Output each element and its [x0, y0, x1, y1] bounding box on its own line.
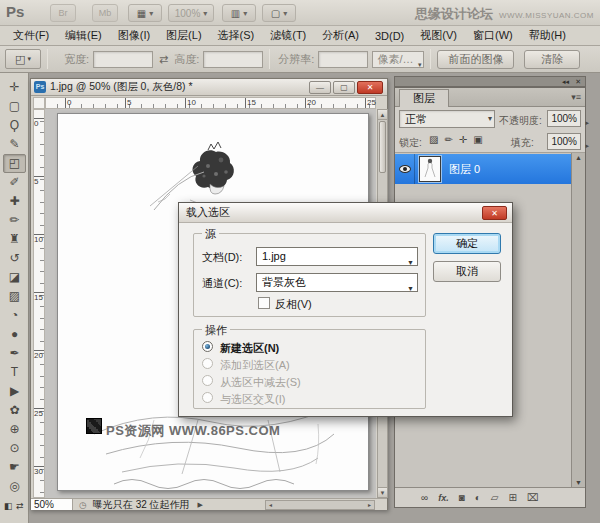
status-flyout-icon[interactable]: ▶ — [198, 501, 203, 509]
layer-name[interactable]: 图层 0 — [449, 162, 480, 177]
spot-healing-brush-tool[interactable]: ✚ — [3, 192, 26, 211]
scrollbar-thumb[interactable] — [379, 121, 386, 173]
intersect-selection-radio[interactable] — [202, 392, 213, 403]
pen-tool[interactable]: ✒ — [3, 344, 26, 363]
clone-stamp-tool[interactable]: ♜ — [3, 230, 26, 249]
channel-select[interactable]: 背景灰色 ▼ — [256, 273, 418, 292]
opacity-flyout-icon[interactable]: ▸ — [585, 115, 589, 130]
fill-flyout-icon[interactable]: ▸ — [585, 138, 589, 153]
bridge-icon[interactable]: Br — [50, 4, 76, 22]
3d-rotate-tool[interactable]: ⊕ — [3, 420, 26, 439]
history-brush-tool[interactable]: ↺ — [3, 249, 26, 268]
resolution-input[interactable] — [318, 51, 368, 68]
zoom-level-button[interactable]: 100% ▾ — [168, 4, 214, 22]
layer-thumbnail[interactable] — [419, 156, 441, 182]
dialog-title-bar[interactable]: 载入选区 ✕ — [179, 203, 512, 223]
layer-mask-icon[interactable]: ◙ — [459, 492, 465, 503]
lasso-tool[interactable]: Ϙ — [3, 116, 26, 135]
fill-value[interactable]: 100% ▸ — [547, 133, 581, 150]
ok-button[interactable]: 确定 — [433, 233, 501, 254]
close-button[interactable]: ✕ — [357, 81, 383, 94]
layer-row[interactable]: 图层 0 — [395, 154, 571, 184]
panel-scrollbar[interactable]: ▲ ▼ — [571, 153, 585, 487]
panel-menu-icon[interactable]: ▾≡ — [571, 92, 581, 102]
maximize-button[interactable]: ▢ — [333, 81, 355, 94]
switch-colors-icon[interactable]: ⇄ — [16, 501, 24, 511]
dialog-close-icon[interactable]: ✕ — [482, 206, 507, 220]
view-extras-button[interactable]: ▦ ▾ — [128, 4, 162, 22]
clear-button[interactable]: 清除 — [524, 50, 580, 69]
3d-orbit-tool[interactable]: ⊙ — [3, 439, 26, 458]
swap-dimensions-icon[interactable]: ⇄ — [159, 53, 168, 66]
layer-style-icon[interactable]: fx. — [438, 493, 449, 503]
collapse-dock-icon[interactable]: ◂◂ — [562, 78, 569, 86]
scroll-up-icon[interactable]: ▲ — [575, 154, 582, 161]
path-selection-tool[interactable]: ▶ — [3, 382, 26, 401]
default-colors-icon[interactable]: ◧ — [4, 501, 13, 511]
scroll-down-icon[interactable]: ▼ — [575, 479, 582, 486]
lock-all-icon[interactable]: ▣ — [473, 134, 482, 145]
opacity-value[interactable]: 100% ▸ — [547, 110, 581, 127]
arrange-documents-button[interactable]: ▥ ▾ — [222, 4, 256, 22]
custom-shape-tool[interactable]: ✿ — [3, 401, 26, 420]
menu-select[interactable]: 选择(S) — [211, 26, 262, 45]
menu-analysis[interactable]: 分析(A) — [315, 26, 366, 45]
hand-tool[interactable]: ☛ — [3, 458, 26, 477]
eyedropper-tool[interactable]: ✐ — [3, 173, 26, 192]
menu-view[interactable]: 视图(V) — [413, 26, 464, 45]
adjustment-layer-icon[interactable]: ◐ — [475, 492, 481, 503]
lock-transparent-icon[interactable]: ▨ — [429, 134, 438, 145]
scroll-up-icon[interactable]: ▲ — [378, 110, 387, 120]
dodge-tool[interactable]: ● — [3, 325, 26, 344]
tool-preset-picker[interactable]: ◰ ▾ — [5, 49, 41, 69]
add-to-selection-radio[interactable] — [202, 358, 213, 369]
gradient-tool[interactable]: ▨ — [3, 287, 26, 306]
status-zoom-field[interactable]: 50% — [31, 499, 73, 510]
menu-window[interactable]: 窗口(W) — [466, 26, 520, 45]
menu-edit[interactable]: 编辑(E) — [58, 26, 109, 45]
eye-icon[interactable] — [399, 165, 411, 173]
menu-image[interactable]: 图像(I) — [111, 26, 157, 45]
tab-layers[interactable]: 图层 — [399, 89, 449, 107]
subtract-from-selection-radio[interactable] — [202, 375, 213, 386]
mini-bridge-icon[interactable]: Mb — [92, 4, 118, 22]
scroll-left-icon[interactable]: ◂ — [266, 501, 275, 509]
link-layers-icon[interactable]: ∞ — [421, 492, 428, 503]
lock-paint-icon[interactable]: ✏ — [444, 134, 452, 145]
type-tool[interactable]: T — [3, 363, 26, 382]
width-input[interactable] — [93, 51, 153, 68]
lock-move-icon[interactable]: ✛ — [459, 134, 467, 145]
cancel-button[interactable]: 取消 — [433, 261, 501, 282]
menu-layer[interactable]: 图层(L) — [159, 26, 208, 45]
crop-tool[interactable]: ◰ — [3, 154, 26, 173]
scroll-down-icon[interactable]: ▼ — [378, 487, 387, 497]
scroll-right-icon[interactable]: ▸ — [365, 501, 374, 509]
visibility-cell[interactable] — [395, 154, 415, 184]
brush-tool[interactable]: ✏ — [3, 211, 26, 230]
document-select[interactable]: 1.jpg ▼ — [256, 247, 418, 266]
document-title-bar[interactable]: Ps 1.jpg @ 50% (图层 0, 灰色/8) * — ▢ ✕ — [31, 79, 387, 96]
new-layer-icon[interactable]: ⊞ — [508, 492, 516, 503]
horizontal-scrollbar[interactable]: ◂ ▸ — [265, 500, 375, 510]
menu-filter[interactable]: 滤镜(T) — [263, 26, 313, 45]
new-group-icon[interactable]: ▱ — [491, 492, 499, 503]
close-dock-icon[interactable]: ✕ — [575, 78, 581, 86]
screen-mode-button[interactable]: ▢ ▾ — [262, 4, 296, 22]
menu-3d[interactable]: 3D(D) — [368, 28, 411, 44]
move-tool[interactable]: ✛ — [3, 78, 26, 97]
menu-help[interactable]: 帮助(H) — [522, 26, 573, 45]
blur-tool[interactable]: ◔ — [3, 306, 26, 325]
quick-selection-tool[interactable]: ✎ — [3, 135, 26, 154]
new-selection-radio[interactable] — [202, 341, 213, 352]
height-input[interactable] — [203, 51, 263, 68]
eraser-tool[interactable]: ◪ — [3, 268, 26, 287]
front-image-button[interactable]: 前面的图像 — [437, 50, 514, 69]
invert-checkbox[interactable] — [258, 297, 270, 309]
zoom-tool[interactable]: ◎ — [3, 477, 26, 496]
delete-layer-icon[interactable]: ⌧ — [527, 492, 539, 503]
blend-mode-select[interactable]: 正常 ▾ — [399, 110, 495, 128]
rectangular-marquee-tool[interactable]: ▢ — [3, 97, 26, 116]
menu-file[interactable]: 文件(F) — [6, 26, 56, 45]
minimize-button[interactable]: — — [309, 81, 331, 94]
resolution-unit-select[interactable]: 像素/… ▾ — [372, 51, 424, 68]
